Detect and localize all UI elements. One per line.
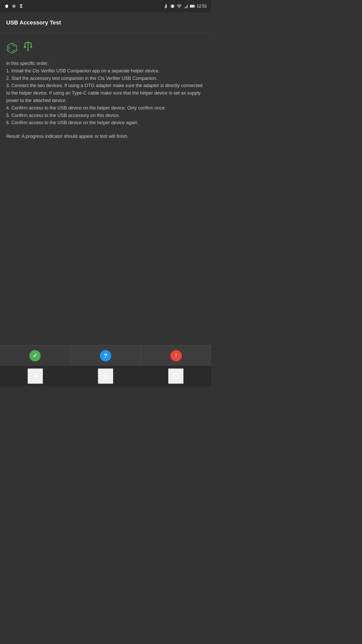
svg-rect-6 [174,5,174,7]
vibrate-icon [170,4,175,9]
svg-point-20 [105,375,107,377]
svg-rect-3 [20,7,23,8]
svg-rect-4 [171,5,174,8]
nav-bar [0,366,211,386]
main-content: ⌬ In this specific order: 1. Install the… [0,33,211,146]
svg-rect-15 [24,46,26,48]
app-bar: USB Accessory Test [0,12,211,33]
info-icon: ? [100,350,111,361]
info-button[interactable]: ? [71,345,141,366]
status-bar-right-icons: 12:51 [163,4,207,9]
battery-icon [190,4,195,9]
svg-marker-18 [34,374,37,378]
status-bar: 12:51 [0,0,211,12]
pass-icon: ✓ [29,350,41,361]
svg-point-16 [30,46,32,48]
record-icon [11,4,16,9]
recents-button[interactable] [168,368,184,384]
svg-rect-10 [195,6,195,7]
fail-button[interactable]: ! [141,345,211,366]
usb-icon: ⌬ [6,39,205,55]
svg-rect-21 [174,374,178,378]
status-bar-left-icons [4,4,24,9]
instructions-text: In this specific order: 1. Install the C… [6,60,205,126]
result-text: Result: A progress indicator should appe… [6,133,205,140]
svg-rect-5 [171,5,171,7]
status-time: 12:51 [197,4,207,9]
shield-icon [4,4,9,9]
wifi-icon [177,4,182,9]
signal-icon [183,4,188,9]
bluetooth-icon [163,4,168,9]
bottom-action-buttons: ✓ ? ! [0,345,211,366]
svg-point-1 [13,5,14,7]
pass-button[interactable]: ✓ [0,345,71,366]
back-button[interactable] [28,368,43,384]
download-icon [19,4,24,9]
svg-point-7 [179,7,179,8]
svg-marker-17 [27,49,29,52]
home-button[interactable] [98,368,113,384]
fail-icon: ! [170,350,182,361]
page-title: USB Accessory Test [6,19,61,26]
